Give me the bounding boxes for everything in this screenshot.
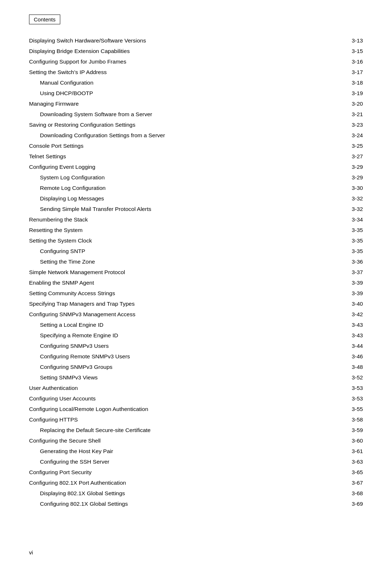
toc-entry-page: 3-29: [313, 172, 363, 183]
toc-entry-page: 3-35: [313, 225, 363, 235]
toc-entry-label: Configuring HTTPS: [29, 415, 313, 425]
toc-entry-page: 3-43: [313, 319, 363, 330]
toc-entry-label: Configuring Support for Jumbo Frames: [29, 56, 313, 67]
toc-row: Configuring the SSH Server3-63: [29, 457, 363, 467]
toc-entry-label: Telnet Settings: [29, 151, 313, 162]
toc-row: Configuring Remote SNMPv3 Users3-46: [29, 351, 363, 362]
toc-entry-page: 3-25: [313, 141, 363, 151]
toc-row: Configuring Port Security3-65: [29, 467, 363, 478]
toc-entry-page: 3-17: [313, 67, 363, 77]
toc-entry-page: 3-16: [313, 56, 363, 67]
toc-entry-page: 3-58: [313, 415, 363, 425]
toc-entry-label: Configuring User Accounts: [29, 394, 313, 404]
toc-entry-page: 3-65: [313, 467, 363, 478]
toc-row: Saving or Restoring Configuration Settin…: [29, 119, 363, 130]
toc-row: Telnet Settings3-27: [29, 151, 363, 162]
toc-entry-label: Saving or Restoring Configuration Settin…: [29, 119, 313, 130]
toc-entry-page: 3-18: [313, 77, 363, 88]
toc-row: Resetting the System3-35: [29, 225, 363, 235]
toc-entry-page: 3-20: [313, 98, 363, 109]
toc-entry-page: 3-61: [313, 446, 363, 457]
toc-entry-page: 3-13: [313, 35, 363, 46]
toc-entry-page: 3-42: [313, 309, 363, 319]
toc-entry-page: 3-39: [313, 277, 363, 288]
toc-entry-label: Renumbering the Stack: [29, 214, 313, 225]
toc-entry-label: Configuring Port Security: [29, 467, 313, 478]
toc-row: Displaying 802.1X Global Settings3-68: [29, 488, 363, 499]
toc-entry-label: Setting the Switch’s IP Address: [29, 67, 313, 77]
toc-entry-label: Configuring SNMPv3 Users: [29, 341, 313, 351]
toc-row: System Log Configuration3-29: [29, 172, 363, 183]
toc-row: Setting the Switch’s IP Address3-17: [29, 67, 363, 77]
toc-row: Configuring 802.1X Global Settings3-69: [29, 499, 363, 509]
toc-entry-page: 3-29: [313, 162, 363, 172]
toc-entry-page: 3-39: [313, 288, 363, 298]
toc-entry-page: 3-43: [313, 330, 363, 341]
toc-row: Downloading Configuration Settings from …: [29, 130, 363, 141]
toc-entry-label: Setting a Local Engine ID: [29, 319, 313, 330]
toc-table: Displaying Switch Hardware/Software Vers…: [29, 35, 363, 509]
toc-entry-label: Downloading Configuration Settings from …: [29, 130, 313, 141]
toc-row: Configuring HTTPS3-58: [29, 415, 363, 425]
footer-page-number: vi: [29, 549, 33, 555]
toc-entry-page: 3-24: [313, 130, 363, 141]
toc-entry-page: 3-15: [313, 46, 363, 56]
toc-row: Configuring SNMPv3 Users3-44: [29, 341, 363, 351]
toc-row: Setting SNMPv3 Views3-52: [29, 372, 363, 383]
page-container: Contents Displaying Switch Hardware/Soft…: [0, 0, 392, 570]
toc-row: Configuring 802.1X Port Authentication3-…: [29, 478, 363, 488]
toc-row: Configuring the Secure Shell3-60: [29, 436, 363, 446]
toc-entry-label: Setting the Time Zone: [29, 256, 313, 267]
toc-row: Setting Community Access Strings3-39: [29, 288, 363, 298]
toc-entry-label: User Authentication: [29, 383, 313, 394]
toc-entry-label: Configuring Local/Remote Logon Authentic…: [29, 404, 313, 415]
toc-entry-label: Generating the Host Key Pair: [29, 446, 313, 457]
toc-row: Console Port Settings3-25: [29, 141, 363, 151]
toc-entry-page: 3-60: [313, 436, 363, 446]
toc-entry-label: Configuring 802.1X Global Settings: [29, 499, 313, 509]
toc-entry-page: 3-53: [313, 383, 363, 394]
toc-row: Simple Network Management Protocol3-37: [29, 267, 363, 277]
toc-row: Generating the Host Key Pair3-61: [29, 446, 363, 457]
toc-row: Specifying Trap Managers and Trap Types3…: [29, 298, 363, 309]
toc-row: Displaying Log Messages3-32: [29, 193, 363, 204]
toc-row: Setting a Local Engine ID3-43: [29, 319, 363, 330]
toc-entry-page: 3-34: [313, 214, 363, 225]
toc-entry-label: Console Port Settings: [29, 141, 313, 151]
toc-row: Using DHCP/BOOTP3-19: [29, 88, 363, 98]
toc-row: Configuring Support for Jumbo Frames3-16: [29, 56, 363, 67]
toc-row: Displaying Switch Hardware/Software Vers…: [29, 35, 363, 46]
toc-entry-page: 3-68: [313, 488, 363, 499]
toc-entry-page: 3-37: [313, 267, 363, 277]
toc-entry-page: 3-35: [313, 235, 363, 246]
toc-row: Managing Firmware3-20: [29, 98, 363, 109]
toc-entry-label: Configuring the SSH Server: [29, 457, 313, 467]
toc-entry-label: Configuring Event Logging: [29, 162, 313, 172]
toc-entry-label: Configuring the Secure Shell: [29, 436, 313, 446]
toc-row: Renumbering the Stack3-34: [29, 214, 363, 225]
toc-entry-page: 3-67: [313, 478, 363, 488]
toc-entry-label: Configuring SNTP: [29, 246, 313, 256]
toc-row: Enabling the SNMP Agent3-39: [29, 277, 363, 288]
toc-entry-label: Replacing the Default Secure-site Certif…: [29, 425, 313, 436]
toc-entry-page: 3-27: [313, 151, 363, 162]
toc-entry-page: 3-19: [313, 88, 363, 98]
toc-entry-label: Displaying 802.1X Global Settings: [29, 488, 313, 499]
page-footer: vi: [29, 549, 33, 555]
toc-entry-label: Configuring Remote SNMPv3 Users: [29, 351, 313, 362]
toc-entry-page: 3-69: [313, 499, 363, 509]
toc-entry-page: 3-55: [313, 404, 363, 415]
toc-entry-label: Enabling the SNMP Agent: [29, 277, 313, 288]
toc-row: User Authentication3-53: [29, 383, 363, 394]
toc-row: Configuring SNTP3-35: [29, 246, 363, 256]
toc-entry-label: Managing Firmware: [29, 98, 313, 109]
contents-label: Contents: [34, 16, 56, 23]
toc-entry-page: 3-32: [313, 193, 363, 204]
toc-entry-label: Specifying a Remote Engine ID: [29, 330, 313, 341]
toc-entry-page: 3-48: [313, 362, 363, 372]
toc-row: Configuring SNMPv3 Management Access3-42: [29, 309, 363, 319]
toc-entry-label: Setting SNMPv3 Views: [29, 372, 313, 383]
toc-row: Configuring Event Logging3-29: [29, 162, 363, 172]
toc-entry-label: Setting the System Clock: [29, 235, 313, 246]
toc-entry-label: Displaying Log Messages: [29, 193, 313, 204]
